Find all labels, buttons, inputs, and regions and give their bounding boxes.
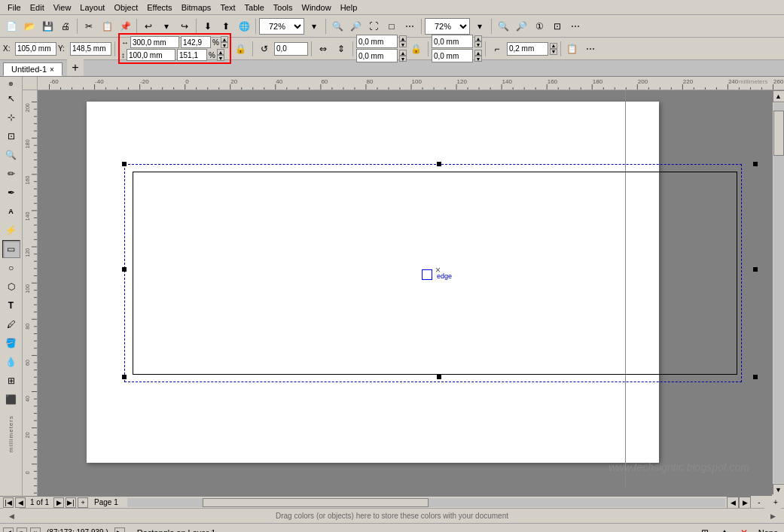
menu-tools[interactable]: Tools xyxy=(269,2,297,14)
eyedropper-tool[interactable]: 💧 xyxy=(2,353,20,371)
zoom-100[interactable]: ① xyxy=(531,18,548,35)
menu-text[interactable]: Text xyxy=(215,2,239,14)
add-page[interactable]: + xyxy=(78,497,88,508)
mirror-h-button[interactable]: ⇔ xyxy=(315,41,331,57)
ex-x-up[interactable]: ▲ xyxy=(474,35,482,41)
interactive-tool[interactable]: ⊞ xyxy=(2,372,20,390)
selector-tool[interactable]: ↖ xyxy=(2,90,20,108)
status-pen[interactable]: ✒ xyxy=(17,527,27,533)
new-button[interactable]: 📄 xyxy=(3,18,20,35)
pos-x-down[interactable]: ▼ xyxy=(399,41,407,47)
more-props[interactable]: ⋯ xyxy=(582,41,599,57)
tab-close-button[interactable]: × xyxy=(50,65,54,74)
snap-toggle[interactable]: ✦ xyxy=(716,524,733,533)
undo-dropdown[interactable]: ▾ xyxy=(158,18,175,35)
width-input[interactable] xyxy=(130,36,179,48)
menu-view[interactable]: View xyxy=(49,2,76,14)
properties-button[interactable]: 📋 xyxy=(564,41,581,57)
last-page[interactable]: ▶| xyxy=(66,497,76,508)
corner-radius-input[interactable] xyxy=(507,42,548,56)
height-spin-down[interactable]: ▼ xyxy=(217,55,224,61)
export-button[interactable]: ⬆ xyxy=(218,18,234,35)
right-scroll-track[interactable] xyxy=(773,103,784,483)
zoom-in-left[interactable]: 🔍 xyxy=(329,18,346,35)
menu-file[interactable]: File xyxy=(3,2,26,14)
cut-button[interactable]: ✂ xyxy=(81,18,97,35)
scroll-left-arrow[interactable]: ◀ xyxy=(727,497,739,509)
width-spin-up[interactable]: ▲ xyxy=(221,36,228,42)
horiz-scroll[interactable] xyxy=(127,498,725,507)
mirror-v-button[interactable]: ⇕ xyxy=(333,41,349,57)
zoom-more[interactable]: ⋯ xyxy=(567,18,584,35)
bezier-tool[interactable]: ✒ xyxy=(2,184,20,202)
copy-button[interactable]: 📋 xyxy=(99,18,115,35)
import-button[interactable]: ⬇ xyxy=(200,18,216,35)
menu-effects[interactable]: Effects xyxy=(142,2,176,14)
zoom-in-right[interactable]: 🔍 xyxy=(495,18,511,35)
lock-proportions[interactable]: 🔒 xyxy=(233,41,249,57)
zoom-tool[interactable]: 🔍 xyxy=(2,146,20,164)
tab-untitled1[interactable]: Untitled-1 × xyxy=(3,62,63,76)
width-pct[interactable] xyxy=(181,36,211,48)
horiz-scroll-thumb[interactable] xyxy=(203,498,429,507)
palette-left[interactable]: ◀ xyxy=(3,508,20,524)
ellipse-tool[interactable]: ○ xyxy=(2,259,20,277)
zoom-fit[interactable]: ⛶ xyxy=(365,18,382,35)
zoom-out-right[interactable]: 🔎 xyxy=(513,18,529,35)
x-input[interactable] xyxy=(15,42,56,56)
new-tab-button[interactable]: + xyxy=(67,59,84,76)
next-page[interactable]: ▶ xyxy=(53,497,64,508)
first-page[interactable]: |◀ xyxy=(3,497,14,508)
pos-x-input[interactable] xyxy=(356,35,398,48)
undo-button[interactable]: ↩ xyxy=(140,18,157,35)
right-scroll-thumb[interactable] xyxy=(773,111,784,156)
status-arrow[interactable]: ▶ xyxy=(114,527,125,533)
zoom-page[interactable]: □ xyxy=(383,18,400,35)
ex-y-up[interactable]: ▲ xyxy=(474,50,482,56)
zoom-out-left[interactable]: 🔎 xyxy=(347,18,364,35)
freehand-tool[interactable]: ✏ xyxy=(2,165,20,183)
rotate-ccw[interactable]: ↺ xyxy=(256,41,273,57)
scroll-right-arrow[interactable]: ▶ xyxy=(739,497,751,509)
menu-help[interactable]: Help xyxy=(336,2,362,14)
pos-y-down[interactable]: ▼ xyxy=(399,56,407,62)
y-input[interactable] xyxy=(70,42,111,56)
crop-tool[interactable]: ⊡ xyxy=(2,127,20,145)
redo-button[interactable]: ↪ xyxy=(176,18,193,35)
text-tool[interactable]: T xyxy=(2,296,20,315)
pen-tool[interactable]: 🖊 xyxy=(2,315,20,333)
extra-y-input[interactable] xyxy=(432,49,473,62)
angle-input[interactable] xyxy=(274,42,308,56)
width-spin-down[interactable]: ▼ xyxy=(221,42,228,48)
menu-layout[interactable]: Layout xyxy=(75,2,109,14)
menu-bitmaps[interactable]: Bitmaps xyxy=(177,2,216,14)
calligraphy-tool[interactable]: A xyxy=(2,202,20,220)
fill-tool[interactable]: 🪣 xyxy=(2,334,20,352)
height-pct[interactable] xyxy=(177,49,207,61)
smart-tool[interactable]: ⚡ xyxy=(2,221,20,239)
zoom-left[interactable]: 72% xyxy=(259,18,304,35)
menu-edit[interactable]: Edit xyxy=(26,2,49,14)
prev-page[interactable]: ◀ xyxy=(15,497,26,508)
zoom-right-options[interactable]: ▾ xyxy=(471,18,488,35)
print-button[interactable]: 🖨 xyxy=(57,18,74,35)
menu-object[interactable]: Object xyxy=(109,2,142,14)
palette-right[interactable]: ▶ xyxy=(764,508,781,524)
polygon-tool[interactable]: ⬡ xyxy=(2,278,20,296)
menu-window[interactable]: Window xyxy=(297,2,336,14)
height-spin-up[interactable]: ▲ xyxy=(217,49,224,55)
zoom-options2[interactable]: ⋯ xyxy=(401,18,418,35)
status-del[interactable]: × xyxy=(30,527,41,533)
snap-x[interactable]: ✕ xyxy=(736,524,752,533)
zoom-right[interactable]: 72% xyxy=(425,18,470,35)
menu-table[interactable]: Table xyxy=(240,2,269,14)
publish-button[interactable]: 🌐 xyxy=(236,18,252,35)
pos-x-up[interactable]: ▲ xyxy=(399,35,407,41)
zoom-left-options[interactable]: ▾ xyxy=(306,18,322,35)
ex-x-down[interactable]: ▼ xyxy=(474,41,482,47)
save-button[interactable]: 💾 xyxy=(39,18,56,35)
corner-down[interactable]: ▼ xyxy=(550,49,557,55)
snap-settings[interactable]: ⊞ xyxy=(697,524,713,533)
corner-up[interactable]: ▲ xyxy=(550,43,557,49)
node-tool[interactable]: ⊹ xyxy=(2,108,20,126)
